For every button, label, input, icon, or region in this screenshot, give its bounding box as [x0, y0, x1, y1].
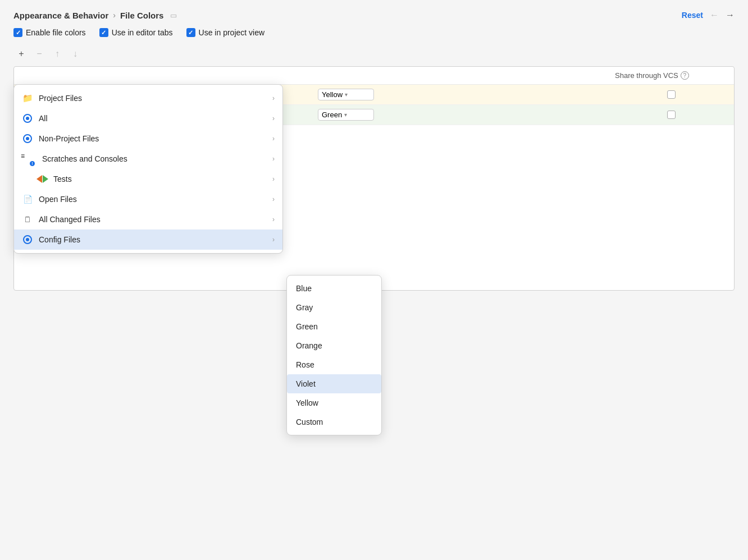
- color-menu-item-green[interactable]: Green: [287, 317, 381, 336]
- circle-icon: [22, 234, 33, 245]
- use-in-project-view-label: Use in project view: [199, 28, 265, 37]
- color-menu-item-gray[interactable]: Gray: [287, 298, 381, 317]
- color-menu-item-rose[interactable]: Rose: [287, 355, 381, 374]
- folder-icon: 📁: [22, 93, 33, 104]
- window-icon: ▭: [170, 11, 177, 20]
- color-menu-item-violet[interactable]: Violet: [287, 374, 381, 393]
- color-rose-label: Rose: [296, 360, 314, 369]
- breadcrumb: Appearance & Behavior › File Colors ▭: [13, 11, 177, 20]
- doc-lines-icon: 🗒: [22, 214, 33, 225]
- menu-item-config-files[interactable]: Config Files ›: [14, 229, 282, 250]
- menu-item-non-project-files[interactable]: Non-Project Files ›: [14, 128, 282, 149]
- color-dropdown-value-yellow: Yellow: [322, 90, 343, 99]
- row-vcs-green: [615, 111, 727, 119]
- color-menu-item-yellow[interactable]: Yellow: [287, 393, 381, 412]
- chevron-down-icon: ▾: [345, 91, 348, 98]
- color-yellow-label: Yellow: [296, 398, 318, 407]
- use-in-project-view-checkbox-box[interactable]: [186, 28, 195, 37]
- use-in-editor-tabs-checkbox-box[interactable]: [99, 28, 108, 37]
- use-in-editor-tabs-label: Use in editor tabs: [112, 28, 173, 37]
- menu-item-all-changed-files-label: All Changed Files: [39, 215, 267, 224]
- chevron-right-icon: ›: [272, 175, 275, 183]
- menu-item-all-changed-files[interactable]: 🗒 All Changed Files ›: [14, 209, 282, 229]
- color-dropdown-menu: Blue Gray Green Orange Rose Violet Yello…: [286, 275, 382, 435]
- color-green-label: Green: [296, 322, 318, 331]
- checkboxes-row: Enable file colors Use in editor tabs Us…: [0, 28, 748, 46]
- vcs-header: Share through VCS ?: [615, 71, 727, 80]
- menu-item-project-files[interactable]: 📁 Project Files ›: [14, 88, 282, 108]
- breadcrumb-appearance[interactable]: Appearance & Behavior: [13, 11, 108, 20]
- color-dropdown-value-green: Green: [322, 111, 342, 119]
- color-custom-label: Custom: [296, 417, 323, 426]
- down-arrow-icon: ↓: [73, 49, 77, 59]
- remove-button[interactable]: −: [31, 46, 47, 62]
- add-button[interactable]: +: [13, 46, 29, 62]
- row-color-green[interactable]: Green ▾: [318, 109, 615, 121]
- chevron-right-icon: ›: [272, 195, 275, 203]
- menu-item-non-project-files-label: Non-Project Files: [39, 134, 267, 143]
- chevron-down-icon: ▾: [344, 112, 347, 118]
- menu-item-all[interactable]: All ›: [14, 108, 282, 128]
- nav-forward-button[interactable]: →: [726, 10, 735, 20]
- menu-item-project-files-label: Project Files: [39, 94, 267, 103]
- row-vcs-yellow: [615, 90, 727, 99]
- header: Appearance & Behavior › File Colors ▭ Re…: [0, 0, 748, 28]
- tests-icon: [37, 173, 48, 185]
- enable-file-colors-label: Enable file colors: [26, 28, 86, 37]
- add-icon: +: [19, 49, 24, 59]
- up-arrow-icon: ↑: [55, 49, 60, 59]
- menu-item-scratches-label: Scratches and Consoles: [42, 154, 267, 163]
- menu-item-config-files-label: Config Files: [39, 235, 267, 244]
- color-violet-label: Violet: [296, 379, 316, 388]
- table-header: Share through VCS ?: [14, 67, 734, 85]
- menu-item-all-label: All: [39, 114, 267, 123]
- circle-icon: [22, 133, 33, 144]
- vcs-help-icon[interactable]: ?: [681, 71, 689, 80]
- menu-item-open-files-label: Open Files: [39, 195, 267, 204]
- enable-file-colors-checkbox-box[interactable]: [13, 28, 22, 37]
- color-menu-item-blue[interactable]: Blue: [287, 279, 381, 298]
- chevron-right-icon: ›: [272, 215, 275, 223]
- breadcrumb-separator: ›: [113, 11, 116, 20]
- chevron-right-icon: ›: [272, 94, 275, 102]
- menu-item-open-files[interactable]: 📄 Open Files ›: [14, 189, 282, 209]
- doc-icon: 📄: [22, 194, 33, 205]
- use-in-project-view-checkbox[interactable]: Use in project view: [186, 28, 265, 37]
- main-panel: Appearance & Behavior › File Colors ▭ Re…: [0, 0, 748, 560]
- minus-icon: −: [37, 49, 42, 59]
- row-color-yellow[interactable]: Yellow ▾: [318, 89, 615, 100]
- chevron-right-icon: ›: [272, 114, 275, 122]
- move-down-button[interactable]: ↓: [67, 46, 83, 62]
- nav-back-button[interactable]: ←: [710, 10, 719, 20]
- chevron-right-icon: ›: [272, 135, 275, 143]
- color-dropdown-yellow[interactable]: Yellow ▾: [318, 89, 374, 100]
- chevron-right-icon: ›: [272, 236, 275, 244]
- color-menu-item-orange[interactable]: Orange: [287, 336, 381, 355]
- menu-item-tests-label: Tests: [53, 175, 267, 183]
- color-orange-label: Orange: [296, 341, 322, 350]
- vcs-header-label: Share through VCS: [615, 71, 678, 80]
- move-up-button[interactable]: ↑: [49, 46, 65, 62]
- breadcrumb-file-colors: File Colors: [120, 11, 164, 20]
- vcs-checkbox-green[interactable]: [667, 111, 676, 119]
- chevron-right-icon: ›: [272, 155, 275, 163]
- color-menu-item-custom[interactable]: Custom: [287, 412, 381, 432]
- vcs-checkbox-yellow[interactable]: [667, 90, 676, 99]
- color-dropdown-green[interactable]: Green ▾: [318, 109, 374, 121]
- reset-button[interactable]: Reset: [682, 11, 703, 20]
- color-gray-label: Gray: [296, 303, 313, 312]
- scratches-icon: ≡ !: [22, 153, 33, 164]
- header-right: Reset ← →: [682, 10, 735, 20]
- enable-file-colors-checkbox[interactable]: Enable file colors: [13, 28, 86, 37]
- menu-item-scratches[interactable]: ≡ ! Scratches and Consoles ›: [14, 149, 282, 169]
- file-type-dropdown-menu: 📁 Project Files › All › Non-Project File…: [13, 84, 283, 254]
- circle-icon: [22, 113, 33, 124]
- color-blue-label: Blue: [296, 284, 312, 293]
- toolbar: + − ↑ ↓: [0, 46, 748, 66]
- menu-item-tests[interactable]: Tests ›: [14, 169, 282, 189]
- use-in-editor-tabs-checkbox[interactable]: Use in editor tabs: [99, 28, 173, 37]
